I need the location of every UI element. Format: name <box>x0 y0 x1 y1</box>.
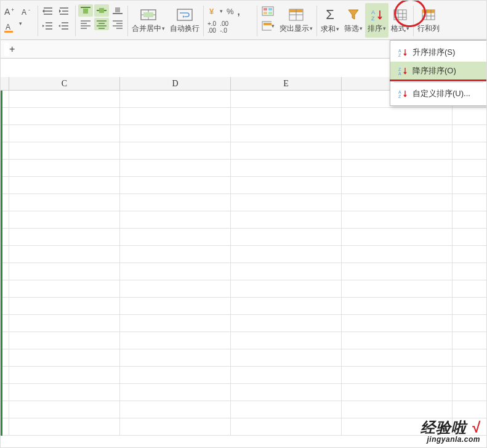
cell[interactable] <box>231 160 342 177</box>
cell[interactable] <box>231 229 342 246</box>
cell[interactable] <box>9 194 120 211</box>
cell[interactable] <box>342 332 453 349</box>
cell[interactable] <box>231 367 342 384</box>
cell[interactable] <box>231 315 342 332</box>
cell[interactable] <box>1 177 9 194</box>
cell[interactable] <box>9 142 120 160</box>
cell[interactable] <box>342 349 453 367</box>
font-color-button[interactable]: A <box>2 20 18 35</box>
sort-button[interactable]: AZ 排序▾ <box>365 3 388 38</box>
cell[interactable] <box>9 280 120 298</box>
cell[interactable] <box>1 160 9 177</box>
cell[interactable] <box>1 263 9 280</box>
cell[interactable] <box>1 418 9 436</box>
cell[interactable] <box>1 367 9 384</box>
cell[interactable] <box>120 367 231 384</box>
sort-asc-item[interactable]: AZ 升序排序(S) <box>390 43 487 62</box>
cell[interactable] <box>120 142 231 160</box>
merge-center-button[interactable]: 合并居中▾ <box>129 3 167 38</box>
cell[interactable] <box>342 194 453 211</box>
cell[interactable] <box>1 332 9 349</box>
cell[interactable] <box>1 298 9 315</box>
col-header-d[interactable]: D <box>120 77 231 91</box>
cell[interactable] <box>1 315 9 332</box>
increase-decimal-button[interactable]: +.0.00 <box>206 19 217 35</box>
cell[interactable] <box>231 298 342 315</box>
cell[interactable] <box>9 263 120 280</box>
cell[interactable] <box>342 263 453 280</box>
cell[interactable] <box>9 384 120 401</box>
cell[interactable] <box>1 229 9 246</box>
cell[interactable] <box>1 91 9 108</box>
format-button[interactable]: 格式▾ <box>388 3 412 38</box>
chevron-down-icon[interactable]: ▾ <box>19 20 22 35</box>
cell[interactable] <box>231 280 342 298</box>
cell[interactable] <box>231 194 342 211</box>
sum-button[interactable]: Σ 求和▾ <box>318 3 342 38</box>
cell[interactable] <box>342 315 453 332</box>
cell[interactable] <box>9 246 120 263</box>
cell[interactable] <box>231 142 342 160</box>
cell[interactable] <box>1 194 9 211</box>
cell[interactable] <box>342 177 453 194</box>
cell[interactable] <box>1 246 9 263</box>
cell[interactable] <box>231 246 342 263</box>
wrap-text-button[interactable]: 自动换行 <box>167 3 202 38</box>
cell[interactable] <box>342 160 453 177</box>
align-top-button[interactable] <box>78 4 93 17</box>
cell[interactable] <box>120 384 231 401</box>
cell[interactable] <box>120 160 231 177</box>
cell[interactable] <box>231 211 342 229</box>
col-header-c[interactable]: C <box>9 77 120 91</box>
cell[interactable] <box>120 125 231 142</box>
cell[interactable] <box>1 108 9 125</box>
outdent-button[interactable] <box>41 19 55 33</box>
currency-button[interactable]: ¥▾ <box>206 4 224 18</box>
sort-desc-item[interactable]: ZA 降序排序(O) <box>390 62 487 80</box>
cell[interactable] <box>120 418 231 436</box>
cell[interactable] <box>120 263 231 280</box>
cell[interactable] <box>9 125 120 142</box>
cell[interactable] <box>120 177 231 194</box>
cell[interactable] <box>9 349 120 367</box>
decrease-indent-button[interactable] <box>41 4 55 18</box>
cell[interactable] <box>9 367 120 384</box>
cell[interactable] <box>120 194 231 211</box>
cell[interactable] <box>231 401 342 418</box>
cell[interactable] <box>342 367 453 384</box>
cell[interactable] <box>120 246 231 263</box>
cell[interactable] <box>9 332 120 349</box>
cell[interactable] <box>231 263 342 280</box>
filter-button[interactable]: 筛选▾ <box>342 3 365 38</box>
cell[interactable] <box>9 211 120 229</box>
cell[interactable] <box>231 91 342 108</box>
cell[interactable] <box>231 349 342 367</box>
align-bottom-button[interactable] <box>110 4 125 17</box>
cell[interactable] <box>120 315 231 332</box>
cell[interactable] <box>342 108 453 125</box>
sort-custom-item[interactable]: AZ 自定义排序(U)... <box>390 84 487 103</box>
cell[interactable] <box>231 418 342 436</box>
cell[interactable] <box>231 332 342 349</box>
cell[interactable] <box>1 280 9 298</box>
cell[interactable] <box>9 91 120 108</box>
align-center-button[interactable] <box>94 18 109 30</box>
decrease-decimal-button[interactable]: .00-.0 <box>219 19 230 35</box>
cell[interactable] <box>342 298 453 315</box>
cell[interactable] <box>342 125 453 142</box>
cell[interactable] <box>120 211 231 229</box>
cell[interactable] <box>1 384 9 401</box>
cell[interactable] <box>231 384 342 401</box>
highlight-button[interactable]: 突出显示▾ <box>277 3 315 38</box>
cell[interactable] <box>9 229 120 246</box>
cell[interactable] <box>9 108 120 125</box>
align-middle-button[interactable] <box>94 4 109 17</box>
cell[interactable] <box>120 229 231 246</box>
cell[interactable] <box>120 401 231 418</box>
cell[interactable] <box>120 349 231 367</box>
cell[interactable] <box>120 280 231 298</box>
decrease-font-button[interactable]: A- <box>19 4 35 19</box>
cell[interactable] <box>342 229 453 246</box>
cell[interactable] <box>9 401 120 418</box>
cell[interactable] <box>342 384 453 401</box>
